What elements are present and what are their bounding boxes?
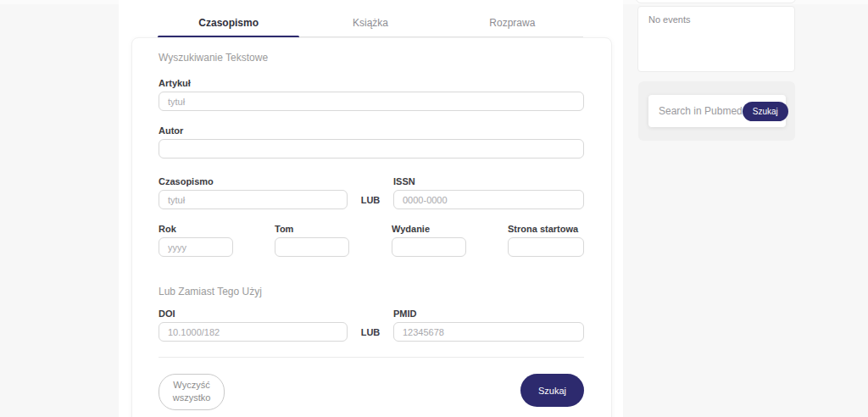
issue-label: Wydanie [392, 225, 466, 234]
journal-input[interactable] [159, 190, 348, 209]
pubmed-search-text: Search in Pubmed [659, 105, 743, 117]
volume-field-group: Tom [275, 225, 349, 257]
or-separator-top: LUB [348, 190, 393, 209]
year-input[interactable] [159, 237, 233, 257]
issn-input[interactable] [393, 190, 584, 209]
pubmed-search-button[interactable]: Szukaj [743, 102, 788, 121]
alternative-heading: Lub Zamiast Tego Użyj [159, 286, 262, 297]
journal-field-group: Czasopismo [159, 177, 348, 209]
journal-label: Czasopismo [159, 177, 348, 186]
year-label: Rok [159, 225, 233, 234]
doi-label: DOI [159, 309, 348, 319]
start-page-input[interactable] [508, 237, 584, 257]
text-search-heading: Wyszukiwanie Tekstowe [159, 52, 268, 64]
article-input[interactable] [159, 92, 584, 111]
pubmed-search-field[interactable]: Search in Pubmed Szukaj [648, 95, 786, 127]
volume-label: Tom [275, 225, 349, 234]
tab-czasopismo[interactable]: Czasopismo [158, 17, 299, 36]
start-page-label: Strona startowa [508, 225, 584, 234]
clear-all-button[interactable]: Wyczyść wszystko [159, 374, 225, 410]
tab-rozprawa[interactable]: Rozprawa [442, 17, 583, 36]
pmid-label: PMID [393, 309, 584, 319]
pmid-input[interactable] [393, 322, 584, 342]
year-field-group: Rok [159, 225, 233, 257]
search-button[interactable]: Szukaj [520, 374, 584, 407]
author-input[interactable] [159, 139, 584, 158]
no-events-text: No events [648, 14, 691, 25]
tab-ksiazka[interactable]: Książka [299, 17, 441, 36]
article-label: Artykuł [159, 79, 584, 88]
tab-bar: Czasopismo Książka Rozprawa [158, 17, 583, 37]
author-field-group: Autor [159, 126, 584, 158]
sidebar-cutoff-card [636, 0, 796, 3]
issn-field-group: ISSN [393, 177, 584, 209]
issn-label: ISSN [393, 177, 584, 186]
article-field-group: Artykuł [159, 79, 584, 111]
pubmed-panel: Search in Pubmed Szukaj [638, 81, 795, 141]
issue-field-group: Wydanie [392, 225, 466, 257]
events-panel: No events [637, 6, 795, 72]
author-label: Autor [159, 126, 584, 136]
start-page-field-group: Strona startowa [508, 225, 584, 257]
doi-input[interactable] [159, 322, 348, 342]
or-separator-bottom: LUB [348, 322, 393, 342]
volume-input[interactable] [275, 237, 349, 257]
page: Czasopismo Książka Rozprawa Wyszukiwanie… [0, 0, 868, 417]
search-form-card: Wyszukiwanie Tekstowe Artykuł Autor Czas… [131, 37, 612, 417]
pmid-field-group: PMID [393, 309, 584, 342]
main-content-column: Czasopismo Książka Rozprawa Wyszukiwanie… [119, 0, 623, 417]
doi-field-group: DOI [159, 309, 348, 342]
issue-input[interactable] [392, 237, 466, 257]
footer-divider [159, 357, 584, 358]
